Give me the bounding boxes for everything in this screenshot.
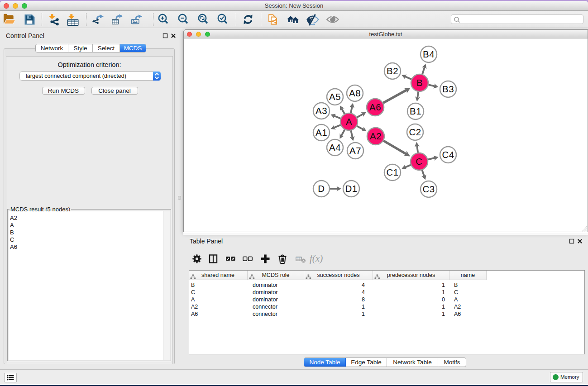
svg-text:A1: A1 bbox=[316, 127, 327, 138]
svg-text:A6: A6 bbox=[369, 102, 381, 112]
svg-text:B1: B1 bbox=[410, 106, 421, 116]
svg-text:D1: D1 bbox=[345, 183, 357, 194]
svg-text:A2: A2 bbox=[370, 131, 382, 141]
svg-text:A: A bbox=[346, 116, 352, 127]
svg-text:B: B bbox=[416, 77, 423, 88]
svg-text:C: C bbox=[416, 156, 422, 167]
svg-text:A8: A8 bbox=[349, 88, 361, 98]
svg-text:C1: C1 bbox=[386, 167, 398, 177]
svg-text:C4: C4 bbox=[442, 149, 454, 160]
svg-text:C3: C3 bbox=[422, 184, 435, 194]
svg-text:A4: A4 bbox=[329, 142, 341, 152]
svg-text:A7: A7 bbox=[349, 145, 361, 156]
svg-text:C2: C2 bbox=[409, 127, 421, 137]
svg-text:A5: A5 bbox=[329, 91, 341, 102]
svg-text:D: D bbox=[318, 183, 325, 194]
svg-text:B4: B4 bbox=[423, 49, 435, 59]
svg-text:A3: A3 bbox=[316, 105, 327, 116]
svg-text:B2: B2 bbox=[387, 66, 398, 76]
svg-text:B3: B3 bbox=[442, 84, 454, 94]
